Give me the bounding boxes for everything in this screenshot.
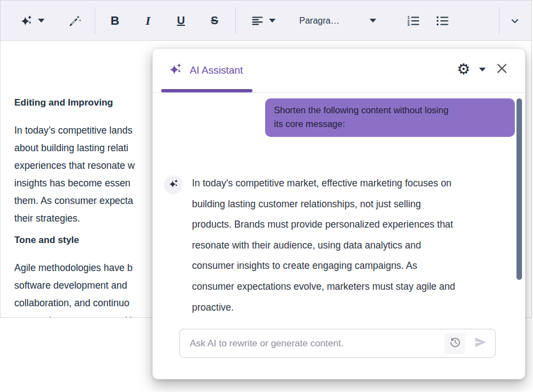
dialog-actions: ⚙ — [457, 61, 509, 78]
italic-button[interactable]: I — [139, 11, 157, 30]
align-button[interactable] — [245, 11, 281, 30]
toolbar-separator — [499, 7, 499, 35]
ai-assistant-dialog: AI Assistant ⚙ Shorten the following con… — [152, 48, 525, 379]
more-chevron-icon — [509, 15, 521, 27]
tab-ai-assistant[interactable]: AI Assistant — [168, 62, 243, 79]
ai-avatar — [164, 175, 183, 194]
dialog-scrollbar-thumb[interactable] — [516, 98, 522, 280]
settings-caret-down-icon[interactable] — [479, 68, 486, 71]
block-format-select[interactable]: Paragra… — [295, 11, 381, 30]
settings-gear-icon[interactable]: ⚙ — [457, 62, 470, 77]
close-icon[interactable] — [494, 61, 509, 78]
toolbar-more-button[interactable] — [505, 11, 524, 30]
block-format-label: Paragra… — [299, 16, 339, 26]
ai-sparkle-icon — [168, 62, 183, 79]
ai-prompt-input[interactable] — [190, 338, 439, 349]
history-clock-icon — [449, 336, 461, 351]
send-plane-icon — [474, 335, 487, 351]
ai-sparkle-icon — [20, 14, 33, 27]
ai-shortcuts-button[interactable] — [65, 11, 84, 30]
app-window: B I U S Paragra… — [0, 0, 533, 392]
doc-heading: Tone and style — [14, 235, 79, 246]
toolbar-separator — [235, 7, 236, 35]
dialog-header: AI Assistant ⚙ — [153, 49, 525, 93]
editor-toolbar: B I U S Paragra… — [1, 1, 531, 41]
send-button[interactable] — [471, 333, 490, 354]
caret-down-icon — [38, 19, 45, 23]
underline-button[interactable]: U — [172, 11, 190, 30]
user-message-bubble: Shorten the following content without lo… — [265, 98, 515, 137]
caret-down-icon — [269, 19, 276, 23]
numbered-list-icon: 123 — [406, 14, 420, 28]
toolbar-separator — [95, 7, 95, 35]
doc-paragraph: Agile methodologies have b software deve… — [14, 259, 133, 317]
active-tab-indicator — [161, 89, 252, 92]
bold-button[interactable]: B — [106, 11, 124, 30]
align-left-icon — [251, 14, 264, 27]
strikethrough-button[interactable]: S — [205, 11, 224, 30]
bullet-list-icon — [435, 14, 449, 28]
caret-down-icon — [370, 19, 376, 23]
svg-text:3: 3 — [408, 22, 410, 27]
numbered-list-button[interactable]: 123 — [404, 11, 422, 30]
ai-prompt-inputbox — [179, 329, 496, 358]
bullet-list-button[interactable] — [433, 11, 452, 30]
ai-wand-icon — [68, 14, 82, 28]
ai-assistant-button[interactable] — [14, 11, 50, 30]
ai-response-message: In today's competitive market, effective… — [192, 173, 522, 318]
dialog-title: AI Assistant — [190, 64, 243, 76]
doc-paragraph: In today’s competitive lands about build… — [14, 122, 135, 227]
doc-heading: Editing and Improving — [14, 97, 113, 108]
prompt-history-button[interactable] — [444, 333, 465, 354]
ai-sparkle-icon — [168, 179, 179, 191]
